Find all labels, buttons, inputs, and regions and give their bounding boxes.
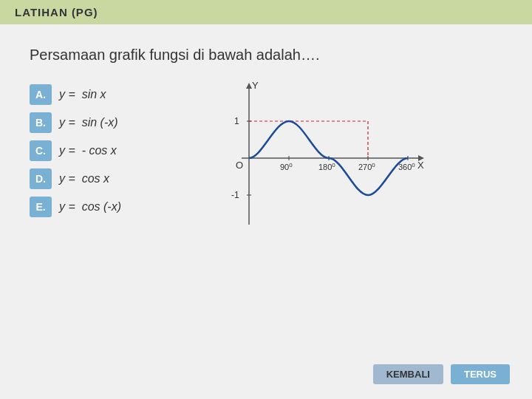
svg-text:Y: Y — [252, 80, 259, 91]
svg-text:X: X — [417, 160, 424, 171]
option-text-a: y = sin x — [59, 88, 106, 101]
graph-svg: Y X O 1 -1 — [219, 77, 426, 239]
list-item[interactable]: A. y = sin x — [30, 84, 121, 105]
option-label-a: A. — [30, 84, 52, 105]
footer-buttons: KEMBALI TERUS — [373, 364, 510, 384]
svg-marker-2 — [246, 83, 252, 89]
option-label-b: B. — [30, 112, 52, 133]
graph-area: Y X O 1 -1 — [143, 77, 502, 239]
option-text-d: y = cos x — [59, 172, 109, 185]
main-content: Persamaan grafik fungsi di bawah adalah…… — [0, 24, 532, 254]
list-item[interactable]: C. y = - cos x — [30, 140, 121, 161]
svg-text:O: O — [236, 160, 243, 171]
option-text-b: y = sin (-x) — [59, 116, 118, 129]
option-label-c: C. — [30, 140, 52, 161]
options-list: A. y = sin x B. y = sin (-x) C. y = - co… — [30, 84, 121, 217]
list-item[interactable]: B. y = sin (-x) — [30, 112, 121, 133]
question-title: Persamaan grafik fungsi di bawah adalah…… — [30, 47, 502, 64]
svg-text:-1: -1 — [231, 190, 239, 200]
svg-text:900: 900 — [280, 162, 293, 172]
svg-text:1: 1 — [234, 116, 239, 126]
options-area: A. y = sin x B. y = sin (-x) C. y = - co… — [30, 84, 502, 239]
option-text-c: y = - cos x — [59, 144, 117, 157]
graph-container: Y X O 1 -1 — [219, 77, 426, 239]
svg-text:2700: 2700 — [358, 162, 375, 172]
option-label-e: E. — [30, 197, 52, 217]
option-label-d: D. — [30, 168, 52, 189]
back-button[interactable]: KEMBALI — [373, 364, 443, 384]
list-item[interactable]: D. y = cos x — [30, 168, 121, 189]
svg-text:1800: 1800 — [318, 162, 335, 172]
list-item[interactable]: E. y = cos (-x) — [30, 197, 121, 217]
header-bar: LATIHAN (PG) — [0, 0, 532, 24]
header-title: LATIHAN (PG) — [15, 6, 98, 18]
next-button[interactable]: TERUS — [451, 364, 510, 384]
svg-text:3600: 3600 — [398, 162, 415, 172]
option-text-e: y = cos (-x) — [59, 200, 121, 214]
